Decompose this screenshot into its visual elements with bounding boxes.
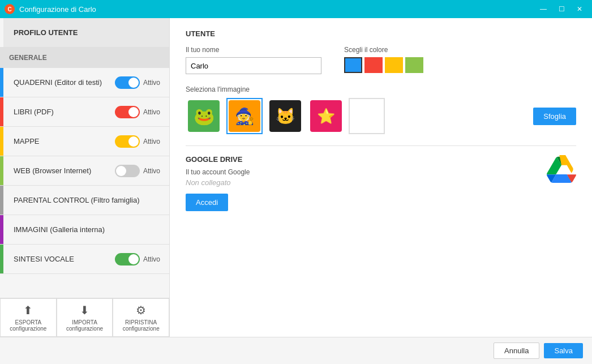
sidebar-item-web[interactable]: WEB (Browser Internet) Attivo — [0, 156, 169, 186]
main-layout: PROFILO UTENTE GENERALE QUADERNI (Editor… — [0, 18, 592, 337]
color-swatch-green[interactable] — [405, 57, 423, 73]
utente-section-title: UTENTE — [186, 29, 576, 38]
libri-toggle[interactable] — [115, 106, 140, 118]
sidebar-item-sintesi-label: SINTESI VOCALE — [9, 255, 115, 263]
image-thumb-cat[interactable]: 🐱 — [267, 98, 303, 134]
sidebar-item-parental[interactable]: PARENTAL CONTROL (Filtro famiglia) — [0, 186, 169, 215]
app-icon: C — [5, 4, 15, 14]
window-controls: — ☐ ✕ — [535, 3, 587, 15]
bottom-bar: Annulla Salva — [0, 337, 592, 364]
minimize-button[interactable]: — — [535, 3, 551, 15]
mappe-toggle[interactable] — [115, 135, 140, 148]
close-button[interactable]: ✕ — [572, 3, 587, 15]
app-window: C Configurazione di Carlo — ☐ ✕ PROFILO … — [0, 0, 592, 364]
color-swatch-blue[interactable] — [344, 57, 362, 73]
sidebar-item-immagini-label: IMMAGINI (Galleria interna) — [9, 225, 160, 234]
ripristina-icon: ⚙ — [136, 303, 146, 317]
annulla-button[interactable]: Annulla — [494, 342, 539, 359]
image-thumb-star[interactable]: ⭐ — [308, 98, 344, 134]
sidebar-bottom-buttons: ⬆ ESPORTA configurazione ⬇ IMPORTA confi… — [0, 298, 169, 337]
importa-icon: ⬇ — [80, 303, 89, 317]
titlebar-title: Configurazione di Carlo — [19, 5, 535, 14]
form-group-color: Scegli il colore — [344, 46, 423, 74]
sidebar-item-immagini[interactable]: IMMAGINI (Galleria interna) — [0, 215, 169, 245]
gdrive-header: GOOGLE DRIVE Il tuo account Google Non c… — [186, 155, 576, 211]
esporta-icon: ⬆ — [23, 303, 33, 317]
sidebar-item-profilo-label: PROFILO UTENTE — [9, 28, 160, 37]
importa-label: IMPORTA configurazione — [66, 319, 103, 332]
gdrive-icon — [547, 155, 576, 185]
sidebar-item-profilo[interactable]: PROFILO UTENTE — [0, 18, 169, 48]
immagine-label: Seleziona l'immagine — [186, 85, 576, 93]
accedi-button[interactable]: Accedi — [186, 194, 228, 211]
avatar-cat: 🐱 — [269, 100, 301, 132]
color-swatches — [344, 57, 423, 73]
sidebar-item-quaderni-label: QUADERNI (Editor di testi) — [9, 78, 115, 87]
sidebar-item-libri[interactable]: LIBRI (PDF) Attivo — [0, 97, 169, 127]
image-thumb-empty[interactable] — [349, 98, 385, 134]
web-toggle-label: Attivo — [143, 167, 160, 175]
image-thumb-frog[interactable]: 🐸 — [186, 98, 222, 134]
ripristina-label: RIPRISTINA configurazione — [123, 319, 160, 332]
image-thumb-witch[interactable]: 🧙 — [226, 98, 263, 134]
sidebar-item-web-label: WEB (Browser Internet) — [9, 166, 115, 175]
avatar-star: ⭐ — [310, 100, 342, 132]
gdrive-account-label: Il tuo account Google — [186, 168, 250, 176]
images-row: 🐸 🧙 🐱 ⭐ Sfoglia — [186, 98, 576, 134]
content-area: UTENTE Il tuo nome Scegli il colore — [170, 18, 592, 337]
titlebar: C Configurazione di Carlo — ☐ ✕ — [0, 0, 592, 18]
section-divider — [186, 145, 576, 146]
esporta-label: ESPORTA configurazione — [10, 319, 46, 332]
sidebar-item-quaderni[interactable]: QUADERNI (Editor di testi) Attivo — [0, 68, 169, 97]
sidebar-item-parental-label: PARENTAL CONTROL (Filtro famiglia) — [9, 196, 160, 204]
sintesi-toggle-label: Attivo — [143, 255, 160, 263]
maximize-button[interactable]: ☐ — [554, 3, 569, 15]
form-group-name: Il tuo nome — [186, 46, 321, 74]
sintesi-toggle[interactable] — [115, 253, 140, 265]
web-toggle[interactable] — [115, 165, 140, 177]
gdrive-title: GOOGLE DRIVE — [186, 155, 250, 164]
nome-label: Il tuo nome — [186, 46, 321, 54]
web-toggle-wrap: Attivo — [115, 165, 160, 177]
gdrive-left: GOOGLE DRIVE Il tuo account Google Non c… — [186, 155, 250, 211]
images-section: Seleziona l'immagine 🐸 🧙 🐱 ⭐ Sf — [186, 85, 576, 134]
colore-label: Scegli il colore — [344, 46, 423, 54]
color-swatch-red[interactable] — [364, 57, 383, 73]
sidebar: PROFILO UTENTE GENERALE QUADERNI (Editor… — [0, 18, 170, 337]
libri-toggle-label: Attivo — [143, 108, 160, 116]
nome-input[interactable] — [186, 57, 321, 74]
sintesi-toggle-wrap: Attivo — [115, 253, 160, 265]
importa-button[interactable]: ⬇ IMPORTA configurazione — [57, 298, 113, 337]
sidebar-item-mappe-label: MAPPE — [9, 137, 115, 145]
avatar-frog: 🐸 — [188, 100, 220, 132]
sidebar-item-libri-label: LIBRI (PDF) — [9, 108, 115, 116]
mappe-toggle-label: Attivo — [143, 138, 160, 145]
quaderni-toggle-wrap: Attivo — [115, 76, 160, 89]
sfoglia-button[interactable]: Sfoglia — [533, 108, 576, 125]
form-row-name-color: Il tuo nome Scegli il colore — [186, 46, 576, 74]
libri-toggle-wrap: Attivo — [115, 106, 160, 118]
quaderni-toggle[interactable] — [115, 76, 140, 89]
avatar-witch: 🧙 — [229, 100, 260, 132]
generale-label: GENERALE — [9, 54, 47, 62]
gdrive-section: GOOGLE DRIVE Il tuo account Google Non c… — [186, 155, 576, 211]
ripristina-button[interactable]: ⚙ RIPRISTINA configurazione — [113, 298, 169, 337]
color-swatch-yellow[interactable] — [385, 57, 403, 73]
sidebar-item-sintesi[interactable]: SINTESI VOCALE Attivo — [0, 245, 169, 274]
sidebar-scroll: PROFILO UTENTE GENERALE QUADERNI (Editor… — [0, 18, 169, 298]
salva-button[interactable]: Salva — [544, 343, 583, 358]
esporta-button[interactable]: ⬆ ESPORTA configurazione — [0, 298, 57, 337]
gdrive-account-value: Non collegato — [186, 178, 250, 187]
sidebar-item-mappe[interactable]: MAPPE Attivo — [0, 127, 169, 156]
mappe-toggle-wrap: Attivo — [115, 135, 160, 148]
quaderni-toggle-label: Attivo — [143, 79, 160, 87]
sidebar-header-generale: GENERALE — [0, 48, 169, 68]
